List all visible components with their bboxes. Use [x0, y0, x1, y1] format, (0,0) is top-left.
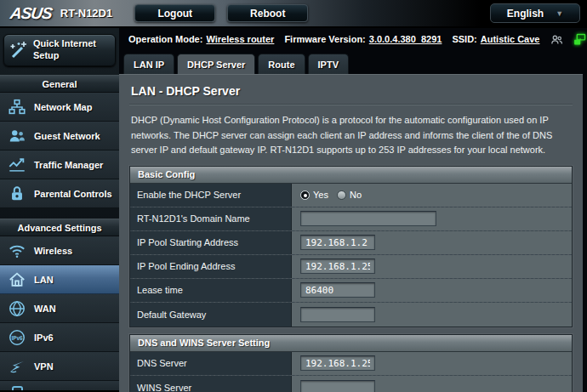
wins-server-input[interactable]: [300, 380, 375, 392]
sidebar-item-vpn[interactable]: VPN: [0, 352, 119, 381]
page-description: DHCP (Dynamic Host Configuration Protoco…: [129, 113, 573, 158]
tab-iptv[interactable]: IPTV: [308, 54, 349, 74]
clients-icon[interactable]: [550, 32, 564, 47]
status-icons: [550, 32, 587, 47]
row-label: WINS Server: [130, 376, 292, 392]
row-label: Enable the DHCP Server: [130, 184, 292, 207]
sidebar-item-wan[interactable]: WAN: [0, 294, 119, 323]
magic-wand-icon: [4, 40, 33, 60]
operation-mode-link[interactable]: Wireless router: [206, 34, 274, 44]
sidebar-item-guest-network[interactable]: Guest Network: [0, 122, 119, 151]
table-row: Lease time: [130, 279, 572, 303]
row-label: IP Pool Ending Address: [130, 255, 292, 278]
sidebar-item-label: WAN: [34, 304, 56, 314]
sidebar-section-general: General: [0, 75, 119, 93]
row-value: [292, 352, 572, 375]
lan-status-icon[interactable]: [573, 32, 587, 47]
row-value: [292, 255, 572, 278]
row-value: [292, 231, 572, 254]
chevron-down-icon: ▼: [556, 9, 563, 18]
row-value: [292, 376, 572, 392]
sidebar-item-label: IPv6: [34, 332, 54, 343]
ssid-label: SSID:: [452, 34, 476, 44]
ipv6-globe-icon: IPv6: [0, 328, 34, 347]
table-row: WINS Server: [130, 376, 572, 392]
sidebar: Quick Internet Setup General Network Map…: [0, 28, 119, 392]
row-label: IP Pool Starting Address: [130, 231, 292, 254]
asus-logo: ASUS: [9, 4, 53, 23]
quick-internet-setup-label: Quick Internet Setup: [33, 38, 108, 62]
tab-lan-ip[interactable]: LAN IP: [123, 54, 174, 74]
sidebar-item-label: Traffic Manager: [34, 160, 103, 170]
sidebar-item-network-map[interactable]: Network Map: [0, 93, 119, 122]
table-row: DNS Server: [130, 352, 572, 376]
sidebar-item-partial[interactable]: [0, 381, 119, 390]
sidebar-item-label: Parental Controls: [34, 189, 112, 199]
dhcp-enable-no-radio[interactable]: No: [337, 190, 362, 200]
router-admin-page: ASUS RT-N12D1 Logout Reboot English ▼ Qu…: [0, 0, 587, 392]
row-value: [292, 303, 572, 327]
table-row: IP Pool Ending Address: [130, 255, 572, 279]
sidebar-item-label: Network Map: [34, 102, 92, 112]
row-value: [292, 279, 572, 302]
globe-icon: [0, 299, 34, 318]
section-header-basic-config: Basic Config: [130, 167, 572, 184]
radio-label: Yes: [313, 190, 328, 200]
dns-wins-table: DNS and WINS Server Setting DNS Server W…: [129, 334, 573, 392]
basic-config-table: Basic Config Enable the DHCP Server Yes …: [129, 166, 573, 327]
sidebar-section-advanced-settings: Advanced Settings: [0, 219, 119, 236]
divider: [129, 104, 573, 105]
tab-route[interactable]: Route: [258, 54, 305, 74]
default-gateway-input[interactable]: [300, 307, 375, 322]
row-label: Default Gateway: [130, 303, 292, 327]
main-panel: LAN - DHCP Server DHCP (Dynamic Host Con…: [119, 74, 583, 392]
language-dropdown[interactable]: English ▼: [490, 3, 580, 23]
operation-mode-label: Operation Mode:: [128, 34, 202, 44]
radio-unchecked-icon: [337, 190, 346, 200]
wifi-icon: [0, 241, 34, 260]
house-icon: [0, 270, 34, 289]
quick-internet-setup-button[interactable]: Quick Internet Setup: [3, 34, 116, 66]
sidebar-item-label: Wireless: [34, 246, 72, 256]
tab-dhcp-server[interactable]: DHCP Server: [177, 54, 255, 74]
page-title: LAN - DHCP Server: [129, 82, 573, 104]
router-model: RT-N12D1: [60, 7, 112, 20]
table-row: IP Pool Starting Address: [130, 231, 572, 255]
table-row: RT-N12D1's Domain Name: [130, 207, 572, 231]
reboot-button[interactable]: Reboot: [227, 4, 308, 22]
row-value: Yes No: [292, 184, 572, 207]
ip-pool-start-input[interactable]: [300, 235, 375, 250]
lease-time-input[interactable]: [300, 282, 375, 298]
table-row: Enable the DHCP Server Yes No: [130, 184, 572, 207]
svg-text:IPv6: IPv6: [11, 334, 23, 340]
radio-label: No: [350, 190, 362, 200]
table-row: Default Gateway: [130, 303, 572, 327]
sidebar-item-traffic-manager[interactable]: Traffic Manager: [0, 151, 119, 179]
dhcp-enable-yes-radio[interactable]: Yes: [300, 190, 328, 200]
sidebar-item-wireless[interactable]: Wireless: [0, 236, 119, 265]
tab-bar: LAN IP DHCP Server Route IPTV: [119, 50, 587, 74]
row-label: RT-N12D1's Domain Name: [130, 207, 292, 230]
lock-icon: [0, 185, 34, 203]
sidebar-item-parental-controls[interactable]: Parental Controls: [0, 179, 119, 208]
network-map-icon: [0, 98, 34, 116]
radio-checked-icon: [300, 190, 310, 200]
sidebar-item-label: LAN: [34, 275, 54, 285]
dns-server-input[interactable]: [300, 355, 375, 371]
language-label: English: [507, 8, 544, 20]
row-value: [292, 207, 572, 230]
section-header-dns-wins: DNS and WINS Server Setting: [130, 335, 572, 352]
sidebar-item-ipv6[interactable]: IPv6 IPv6: [0, 323, 119, 352]
firmware-link[interactable]: 3.0.0.4.380_8291: [369, 34, 442, 44]
guest-network-icon: [0, 127, 34, 145]
domain-name-input[interactable]: [300, 211, 436, 226]
sidebar-item-lan[interactable]: LAN: [0, 265, 119, 294]
ssid-link[interactable]: Autistic Cave: [481, 34, 540, 44]
sidebar-item-label: VPN: [34, 361, 54, 372]
partial-icon: [12, 386, 23, 390]
row-label: Lease time: [130, 279, 292, 302]
logout-button[interactable]: Logout: [134, 4, 215, 22]
ip-pool-end-input[interactable]: [300, 258, 375, 274]
status-bar: Operation Mode: Wireless router Firmware…: [119, 28, 587, 50]
sidebar-item-label: Guest Network: [34, 131, 100, 141]
